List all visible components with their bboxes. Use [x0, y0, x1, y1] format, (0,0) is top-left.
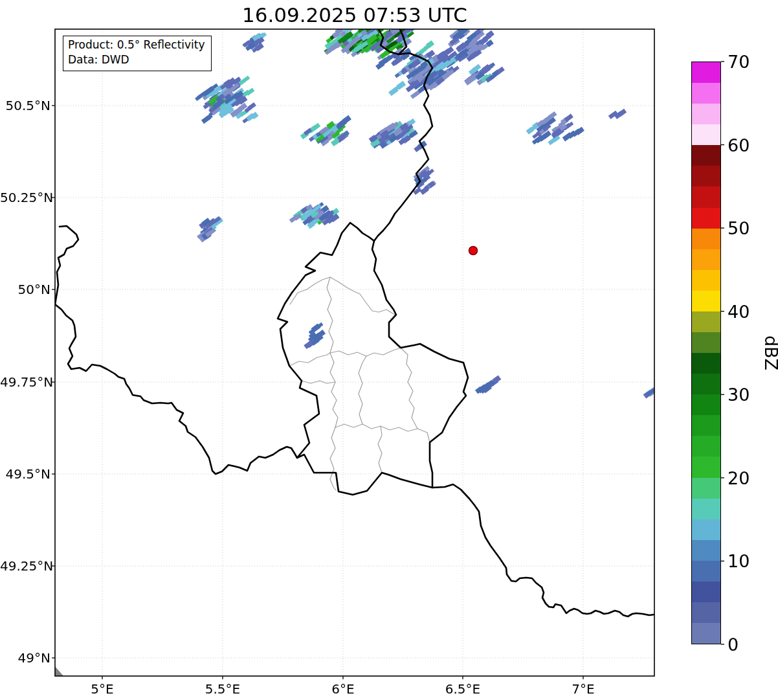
colorbar-segment — [692, 561, 720, 581]
colorbar-segment — [692, 124, 720, 145]
colorbar-segment — [692, 62, 720, 83]
colorbar-axis-label: dBZ — [761, 335, 778, 370]
colorbar-tick-label: 70 — [728, 52, 750, 72]
colorbar-tick-label: 60 — [728, 135, 750, 155]
colorbar-tick-label: 20 — [728, 468, 750, 488]
colorbar-segment — [692, 394, 720, 415]
colorbar-tick-label: 50 — [728, 218, 750, 238]
colorbar-segment — [692, 415, 720, 436]
colorbar-segment — [692, 519, 720, 540]
radar-figure: 16.09.2025 07:53 UTC Product: 0.5° Refle… — [0, 0, 778, 700]
colorbar-segment — [692, 166, 720, 186]
x-tick-label: 6.5°E — [445, 681, 480, 697]
y-tick-label: 49.5°N — [0, 466, 50, 482]
colorbar-segment — [692, 311, 720, 332]
colorbar-tick-label: 10 — [728, 551, 750, 571]
colorbar-segment — [692, 602, 720, 623]
x-tick-label: 5.5°E — [205, 681, 240, 697]
colorbar-segment — [692, 83, 720, 104]
y-tick-label: 49°N — [0, 650, 50, 666]
colorbar-segment — [692, 478, 720, 499]
x-tick-label: 6°E — [331, 681, 354, 697]
colorbar-segment — [692, 208, 720, 229]
colorbar-segment — [692, 270, 720, 291]
y-tick-label: 50.25°N — [0, 190, 50, 205]
colorbar-segment — [692, 229, 720, 249]
colorbar-segment — [692, 436, 720, 457]
colorbar-segment — [692, 623, 720, 644]
product-info-box: Product: 0.5° Reflectivity Data: DWD — [63, 36, 212, 71]
colorbar-segment — [692, 145, 720, 166]
colorbar-tick-label: 0 — [728, 635, 739, 655]
x-tick-label: 5°E — [91, 681, 113, 697]
colorbar-segment — [692, 104, 720, 124]
colorbar-segment — [692, 581, 720, 602]
colorbar-gradient — [691, 62, 721, 644]
colorbar-segment — [692, 249, 720, 270]
y-tick-label: 50°N — [0, 282, 50, 297]
product-info-line2: Data: DWD — [68, 52, 205, 67]
colorbar-tick-label: 40 — [728, 301, 750, 321]
colorbar-segment — [692, 186, 720, 207]
x-tick-label: 7°E — [572, 681, 594, 697]
product-info-line1: Product: 0.5° Reflectivity — [68, 38, 205, 52]
y-tick-label: 50.5°N — [0, 98, 50, 113]
colorbar-segment — [692, 332, 720, 353]
colorbar-segment — [692, 374, 720, 394]
colorbar-segment — [692, 499, 720, 519]
y-tick-label: 49.25°N — [0, 558, 50, 574]
colorbar-tick-label: 30 — [728, 385, 750, 405]
colorbar-segment — [692, 457, 720, 477]
figure-title: 16.09.2025 07:53 UTC — [55, 3, 654, 27]
colorbar-segment — [692, 540, 720, 561]
colorbar-segment — [692, 291, 720, 311]
radar-map-canvas — [0, 0, 778, 700]
y-tick-label: 49.75°N — [0, 374, 50, 390]
colorbar-segment — [692, 353, 720, 374]
